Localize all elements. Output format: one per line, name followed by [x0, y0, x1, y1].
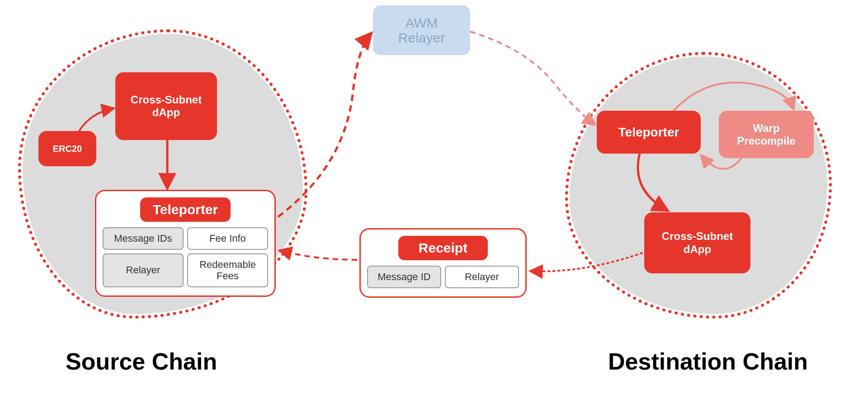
- teleporter-cell-fee-info: Fee Info: [187, 227, 268, 250]
- arrow-receipt-to-source-teleporter: [280, 251, 357, 260]
- source-teleporter-grid: Message IDs Fee Info Relayer Redeemable …: [103, 227, 268, 287]
- warp-precompile-node: Warp Precompile: [719, 111, 814, 158]
- receipt-title: Receipt: [398, 236, 488, 260]
- source-chain-label: Source Chain: [66, 348, 217, 375]
- destination-chain-blob: [570, 56, 827, 314]
- receipt-panel: Receipt Message ID Relayer: [359, 228, 527, 298]
- receipt-grid: Message ID Relayer: [367, 266, 519, 288]
- awm-relayer-node: AWM Relayer: [373, 5, 470, 55]
- diagram-canvas: ERC20 Cross-Subnet dApp Teleporter Messa…: [0, 0, 868, 403]
- destination-cross-subnet-dapp-node: Cross-Subnet dApp: [644, 212, 750, 273]
- teleporter-cell-message-ids: Message IDs: [103, 227, 184, 250]
- teleporter-cell-relayer: Relayer: [103, 253, 184, 287]
- source-teleporter-title: Teleporter: [140, 197, 231, 222]
- erc20-node: ERC20: [38, 131, 96, 166]
- receipt-cell-message-id: Message ID: [367, 266, 441, 288]
- teleporter-cell-redeemable-fees: Redeemable Fees: [187, 253, 268, 287]
- arrow-awm-to-dest-teleporter: [470, 32, 594, 124]
- receipt-cell-relayer: Relayer: [445, 266, 519, 288]
- source-cross-subnet-dapp-node: Cross-Subnet dApp: [115, 72, 217, 140]
- source-teleporter-panel: Teleporter Message IDs Fee Info Relayer …: [95, 190, 276, 297]
- destination-chain-label: Destination Chain: [608, 348, 808, 375]
- destination-teleporter-node: Teleporter: [597, 111, 701, 154]
